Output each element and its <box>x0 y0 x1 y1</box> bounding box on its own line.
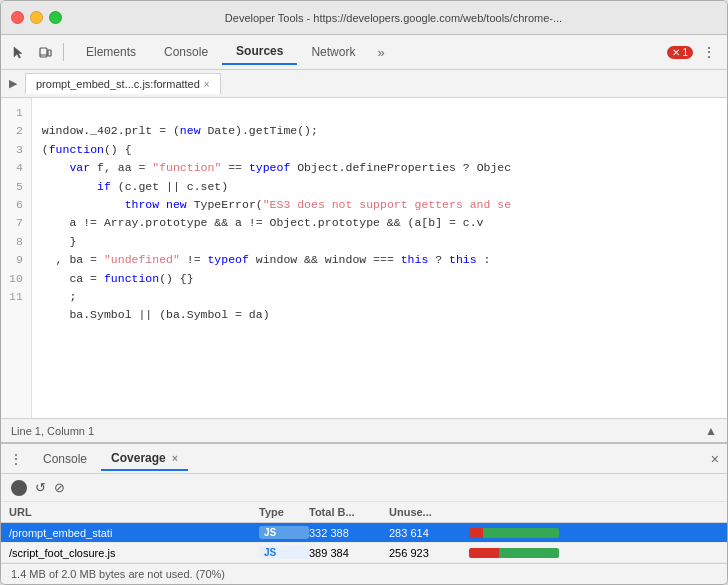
device-mode-icon[interactable] <box>35 42 55 62</box>
coverage-table-header: URL Type Total B... Unuse... <box>1 502 727 523</box>
col-url: URL <box>9 506 259 518</box>
row-url: /script_foot_closure.js <box>9 547 259 559</box>
traffic-lights <box>11 11 62 24</box>
window-title: Developer Tools - https://developers.goo… <box>70 12 717 24</box>
toolbar-separator <box>63 43 64 61</box>
coverage-bar <box>469 548 559 558</box>
svg-rect-0 <box>40 48 47 57</box>
drawer-tab-console[interactable]: Console <box>33 448 97 470</box>
minimize-button[interactable] <box>30 11 43 24</box>
cursor-position: Line 1, Column 1 <box>11 425 94 437</box>
error-x-icon: ✕ <box>672 47 680 58</box>
main-toolbar: Elements Console Sources Network » ✕ 1 ⋮ <box>1 35 727 70</box>
coverage-footer: 1.4 MB of 2.0 MB bytes are not used. (70… <box>1 563 727 584</box>
code-editor: 1 2 3 4 5 6 7 8 9 10 11 window._402.prlt… <box>1 98 727 418</box>
tab-sources[interactable]: Sources <box>222 39 297 65</box>
row-total: 332 388 <box>309 527 389 539</box>
tab-console[interactable]: Console <box>150 40 222 64</box>
coverage-row[interactable]: /script_foot_closure.js JS 389 384 256 9… <box>1 543 727 563</box>
drawer-tabs-bar: ⋮ Console Coverage × × <box>1 444 727 474</box>
file-tab-close-button[interactable]: × <box>204 79 210 90</box>
close-button[interactable] <box>11 11 24 24</box>
file-tab-active[interactable]: prompt_embed_st...c.js:formatted × <box>25 73 221 94</box>
bar-used <box>469 528 483 538</box>
bar-used <box>469 548 499 558</box>
row-url: /prompt_embed_stati <box>9 527 259 539</box>
toolbar-right: ✕ 1 ⋮ <box>667 42 719 62</box>
line-numbers: 1 2 3 4 5 6 7 8 9 10 11 <box>1 98 32 418</box>
bar-unused <box>499 548 559 558</box>
drawer-tab-close-button[interactable]: × <box>172 453 178 464</box>
main-tabs: Elements Console Sources Network » <box>72 39 393 65</box>
devtools-window: Developer Tools - https://developers.goo… <box>0 0 728 585</box>
row-type: JS <box>259 546 309 559</box>
clear-icon[interactable]: ⊘ <box>54 480 65 495</box>
svg-rect-1 <box>48 50 51 56</box>
reload-icon[interactable]: ↺ <box>35 480 46 495</box>
tab-elements[interactable]: Elements <box>72 40 150 64</box>
error-badge: ✕ 1 <box>667 46 693 59</box>
more-tabs-button[interactable]: » <box>369 40 392 65</box>
coverage-table: URL Type Total B... Unuse... /prompt_emb… <box>1 502 727 563</box>
drawer-menu-icon[interactable]: ⋮ <box>9 451 23 467</box>
status-bar: Line 1, Column 1 ▲ <box>1 418 727 442</box>
row-unused: 256 923 <box>389 547 469 559</box>
file-tabs-bar: ▶ prompt_embed_st...c.js:formatted × <box>1 70 727 98</box>
scroll-to-top-icon[interactable]: ▲ <box>705 424 717 438</box>
settings-icon[interactable]: ⋮ <box>699 42 719 62</box>
coverage-bar <box>469 528 559 538</box>
file-tab-name: prompt_embed_st...c.js:formatted <box>36 78 200 90</box>
error-count: 1 <box>682 47 688 58</box>
drawer-close-button[interactable]: × <box>711 451 719 467</box>
row-unused: 283 614 <box>389 527 469 539</box>
tab-network[interactable]: Network <box>297 40 369 64</box>
row-bar <box>469 548 719 558</box>
maximize-button[interactable] <box>49 11 62 24</box>
record-button[interactable] <box>11 480 27 496</box>
bottom-drawer: ⋮ Console Coverage × × ↺ ⊘ URL Type Tota… <box>1 442 727 584</box>
titlebar: Developer Tools - https://developers.goo… <box>1 1 727 35</box>
col-total: Total B... <box>309 506 389 518</box>
coverage-summary: 1.4 MB of 2.0 MB bytes are not used. (70… <box>11 568 225 580</box>
drawer-tab-coverage[interactable]: Coverage × <box>101 447 188 471</box>
select-tool-icon[interactable] <box>9 42 29 62</box>
row-total: 389 384 <box>309 547 389 559</box>
row-bar <box>469 528 719 538</box>
col-unused: Unuse... <box>389 506 469 518</box>
row-type: JS <box>259 526 309 539</box>
bar-unused <box>483 528 560 538</box>
code-content[interactable]: window._402.prlt = (new Date).getTime();… <box>32 98 727 418</box>
col-bar <box>469 506 719 518</box>
col-type: Type <box>259 506 309 518</box>
file-nav-arrow[interactable]: ▶ <box>9 77 17 90</box>
drawer-toolbar: ↺ ⊘ <box>1 474 727 502</box>
coverage-row[interactable]: /prompt_embed_stati JS 332 388 283 614 <box>1 523 727 543</box>
